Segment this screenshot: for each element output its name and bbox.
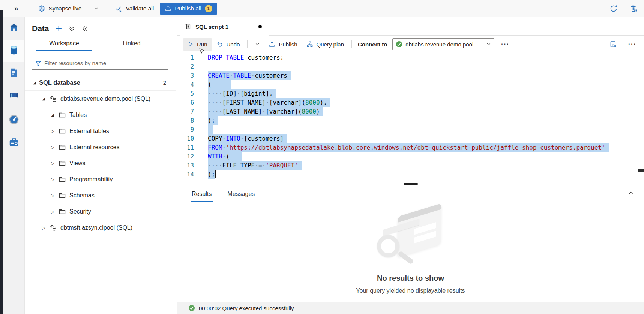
- sidebar-item-home[interactable]: [3, 17, 24, 40]
- tree-item-dbtmsft-azsyn-cipool-sql[interactable]: ▷dbtmsft.azsyn.cipool (SQL): [25, 220, 176, 236]
- resource-tree: ◢SQL database2◢dbtlabs.revenue.demo.pool…: [25, 75, 176, 236]
- triangle-collapsed-icon[interactable]: ▷: [39, 225, 48, 230]
- filter-input[interactable]: [44, 60, 165, 66]
- triangle-collapsed-icon[interactable]: ▷: [48, 129, 57, 134]
- publish-all-button[interactable]: Publish all 1: [160, 3, 217, 15]
- code-editor[interactable]: 1DROP TABLE customers;23CREATE·TABLE·cus…: [177, 52, 644, 184]
- collapse-results-chevron-up-icon[interactable]: [627, 190, 634, 197]
- code-line-13[interactable]: 13····FILE_TYPE·=·'PARQUET': [177, 161, 644, 170]
- discard-icon[interactable]: [630, 4, 638, 13]
- tree-item-programmability[interactable]: ▷Programmability: [25, 171, 176, 187]
- tree-item-sql-database[interactable]: ◢SQL database2: [25, 75, 176, 91]
- triangle-collapsed-icon[interactable]: ▷: [48, 145, 57, 150]
- tree-item-label: Views: [69, 160, 85, 167]
- play-icon: [188, 41, 194, 47]
- triangle-collapsed-icon[interactable]: ▷: [48, 193, 57, 198]
- triangle-collapsed-icon[interactable]: ▷: [48, 209, 57, 214]
- validate-icon: [115, 5, 122, 12]
- publish-count-badge: 1: [205, 5, 212, 12]
- synapse-studio: » Synapse live Validate all Publish all …: [0, 0, 644, 314]
- panel-resize-handle[interactable]: [404, 183, 418, 185]
- tree-item-security[interactable]: ▷Security: [25, 203, 176, 220]
- tree-item-views[interactable]: ▷Views: [25, 155, 176, 171]
- code-line-9[interactable]: 9: [177, 125, 644, 134]
- folder-icon: [59, 208, 66, 215]
- success-check-icon: [188, 305, 195, 311]
- toolbar-more-button[interactable]: ···: [501, 41, 509, 48]
- code-line-4[interactable]: 4(: [177, 80, 644, 89]
- home-icon: [8, 22, 20, 35]
- double-chevron-right-icon[interactable]: »: [14, 4, 18, 13]
- empty-state-subtitle: Your query yielded no displayable result…: [177, 287, 644, 294]
- sidebar-item-integrate[interactable]: [3, 85, 24, 107]
- data-panel-tabs: Workspace Linked: [25, 36, 176, 51]
- folder-icon: [59, 192, 66, 199]
- tab-results[interactable]: Results: [191, 186, 213, 202]
- tree-item-tables[interactable]: ◢Tables: [25, 107, 176, 123]
- code-line-6[interactable]: 6····[FIRST_NAME]·[varchar](8000),: [177, 98, 644, 107]
- code-line-5[interactable]: 5····[ID]·[bigint],: [177, 89, 644, 98]
- tree-item-external-tables[interactable]: ▷External tables: [25, 123, 176, 139]
- code-line-14[interactable]: 14);: [177, 170, 644, 179]
- sidebar-item-manage[interactable]: [3, 132, 24, 154]
- tree-item-label: Schemas: [69, 192, 95, 199]
- publish-all-label: Publish all: [175, 5, 201, 12]
- code-line-2[interactable]: 2: [177, 62, 644, 71]
- panel-title: Data: [32, 24, 49, 33]
- code-line-11[interactable]: 11FROM·'https://dbtlabsynapsedatalake.bl…: [177, 143, 644, 152]
- tree-item-dbtlabs-revenue-demo-pool-sql[interactable]: ◢dbtlabs.revenue.demo.pool (SQL): [25, 91, 176, 107]
- tab-workspace[interactable]: Workspace: [36, 36, 92, 51]
- query-plan-label: Query plan: [317, 41, 344, 48]
- status-bar: 00:00:02 Query executed successfully.: [177, 302, 644, 314]
- line-number: 1: [177, 53, 194, 62]
- line-number: 9: [177, 125, 194, 134]
- sidebar-item-monitor[interactable]: [3, 109, 24, 132]
- text-cursor: [215, 170, 216, 178]
- mode-selector[interactable]: Synapse live: [38, 5, 99, 12]
- triangle-expanded-icon[interactable]: ◢: [30, 81, 39, 85]
- publish-upload-icon: [269, 41, 275, 48]
- connected-check-icon: [396, 41, 402, 48]
- code-line-8[interactable]: 8);: [177, 116, 644, 125]
- triangle-collapsed-icon[interactable]: ▷: [48, 161, 57, 166]
- tab-sql-script-1[interactable]: SQL script 1: [180, 17, 269, 36]
- collapse-panel-icon[interactable]: [81, 25, 89, 32]
- tab-linked[interactable]: Linked: [104, 36, 160, 51]
- code-line-3[interactable]: 3CREATE·TABLE·customers: [177, 71, 644, 80]
- tree-item-external-resources[interactable]: ▷External resources: [25, 139, 176, 155]
- chevron-down-icon: [255, 42, 260, 46]
- editor-more-button[interactable]: ···: [628, 41, 636, 48]
- validate-all-button[interactable]: Validate all: [115, 5, 154, 12]
- code-line-10[interactable]: 10COPY·INTO·[customers]: [177, 134, 644, 143]
- tab-messages[interactable]: Messages: [226, 186, 256, 202]
- publish-button[interactable]: Publish: [264, 38, 302, 51]
- undo-button[interactable]: Undo: [212, 38, 245, 51]
- publish-label: Publish: [279, 41, 297, 48]
- refresh-icon[interactable]: [609, 4, 618, 13]
- line-number: 11: [177, 143, 194, 152]
- tree-item-label: Programmability: [69, 176, 113, 183]
- line-number: 4: [177, 80, 194, 89]
- triangle-expanded-icon[interactable]: ◢: [48, 113, 57, 117]
- undo-dropdown-button[interactable]: [251, 39, 264, 49]
- pool-select-dropdown[interactable]: dbtlabs.revenue.demo.pool: [392, 38, 494, 50]
- triangle-collapsed-icon[interactable]: ▷: [48, 177, 57, 182]
- tree-item-label: External tables: [69, 128, 109, 135]
- sidebar-item-develop[interactable]: [3, 62, 24, 85]
- code-line-12[interactable]: 12WITH·(: [177, 152, 644, 161]
- add-resource-icon[interactable]: [55, 25, 62, 32]
- validate-all-label: Validate all: [126, 5, 154, 12]
- sql-editor-pane: SQL script 1 Run Undo Publish: [177, 17, 644, 314]
- data-icon: [8, 45, 20, 57]
- run-button[interactable]: Run: [183, 38, 212, 51]
- triangle-expanded-icon[interactable]: ◢: [39, 97, 48, 101]
- query-plan-button[interactable]: Query plan: [302, 38, 348, 51]
- double-chevron-down-icon[interactable]: [68, 25, 75, 32]
- data-panel-header: Data: [32, 24, 166, 33]
- scrollbar-cursor-marker[interactable]: [638, 169, 644, 172]
- code-line-7[interactable]: 7····[LAST_NAME]·[varchar](8000): [177, 107, 644, 116]
- sidebar-item-data[interactable]: [3, 40, 24, 62]
- code-line-1[interactable]: 1DROP TABLE customers;: [177, 53, 644, 62]
- script-settings-icon[interactable]: [609, 40, 617, 48]
- tree-item-schemas[interactable]: ▷Schemas: [25, 187, 176, 203]
